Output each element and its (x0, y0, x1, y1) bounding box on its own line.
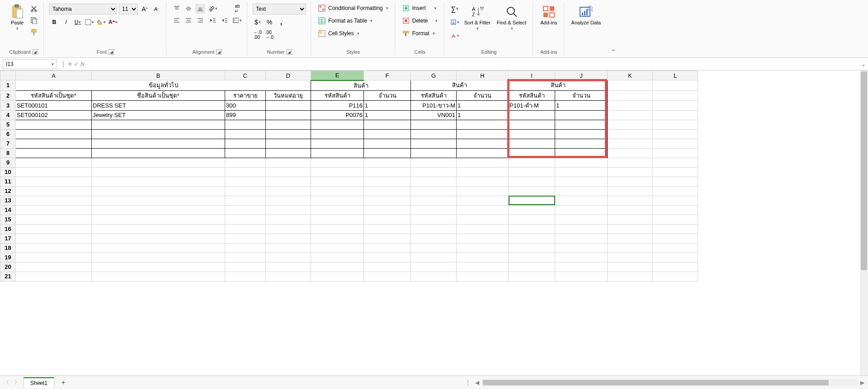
dialog-launcher-icon[interactable]: ◢ (33, 49, 38, 55)
cell-K9[interactable] (608, 158, 653, 167)
cell-K21[interactable] (608, 272, 653, 281)
cell-G4[interactable]: VN001 (411, 110, 457, 120)
font-size-select[interactable]: 11 (119, 4, 138, 14)
cell-A4[interactable]: SET000102 (16, 110, 92, 120)
cell-A15[interactable] (16, 215, 92, 224)
col-header-G[interactable]: G (411, 71, 457, 80)
cell-K10[interactable] (608, 167, 653, 177)
cell-E17[interactable] (311, 234, 364, 243)
col-header-E[interactable]: E (311, 71, 364, 80)
font-name-select[interactable]: Tahoma (49, 4, 117, 14)
cell-B7[interactable] (92, 139, 225, 148)
cell-A20[interactable] (16, 262, 92, 272)
row-header-8[interactable]: 8 (0, 148, 16, 158)
cell-I11[interactable] (509, 177, 555, 186)
cell-H14[interactable] (457, 205, 509, 215)
align-right-button[interactable] (195, 15, 205, 25)
cell-I4[interactable] (509, 110, 555, 120)
cell-D18[interactable] (266, 243, 311, 253)
cell-D4[interactable] (266, 110, 311, 120)
cell-F4[interactable]: 1 (364, 110, 411, 120)
cell-G11[interactable] (411, 177, 457, 186)
cell-H4[interactable]: 1 (457, 110, 509, 120)
cell-E15[interactable] (311, 215, 364, 224)
insert-button[interactable]: Insert ▾ (401, 4, 439, 13)
decrease-font-button[interactable]: Aˇ (151, 4, 161, 14)
cell-J15[interactable] (555, 215, 608, 224)
cell-E12[interactable] (311, 186, 364, 196)
cell-D10[interactable] (266, 167, 311, 177)
row-header-17[interactable]: 17 (0, 234, 16, 243)
cell-I3[interactable]: P101-ดำ-M (509, 100, 555, 110)
cell-K13[interactable] (608, 196, 653, 205)
cell-F14[interactable] (364, 205, 411, 215)
cell-B18[interactable] (92, 243, 225, 253)
enter-formula-icon[interactable]: ✓ (74, 61, 79, 67)
cell-I2[interactable]: รหัสสินค้า (509, 90, 555, 100)
cell-K7[interactable] (608, 139, 653, 148)
cell-D7[interactable] (266, 139, 311, 148)
cell-J2[interactable]: จำนวน (555, 90, 608, 100)
cell-H2[interactable]: จำนวน (457, 90, 509, 100)
cell-J21[interactable] (555, 272, 608, 281)
col-header-K[interactable]: K (608, 71, 653, 80)
cell-F16[interactable] (364, 224, 411, 234)
cell-H11[interactable] (457, 177, 509, 186)
cell-B14[interactable] (92, 205, 225, 215)
cell-J9[interactable] (555, 158, 608, 167)
cell-I14[interactable] (509, 205, 555, 215)
cell-J6[interactable] (555, 129, 608, 139)
col-header-D[interactable]: D (266, 71, 311, 80)
dialog-launcher-icon[interactable]: ◢ (216, 49, 222, 55)
header-general[interactable]: ข้อมูลทั่วไป (16, 80, 311, 91)
cell-K14[interactable] (608, 205, 653, 215)
cell-I21[interactable] (509, 272, 555, 281)
cell-H18[interactable] (457, 243, 509, 253)
cell-C8[interactable] (225, 148, 266, 158)
cell-I9[interactable] (509, 158, 555, 167)
cell-G18[interactable] (411, 243, 457, 253)
cell-K16[interactable] (608, 224, 653, 234)
cell-F21[interactable] (364, 272, 411, 281)
sort-filter-button[interactable]: AZ Sort & Filter▾ (462, 4, 492, 32)
find-select-button[interactable]: Find & Select▾ (495, 4, 528, 32)
cell-C2[interactable]: ราคาขาย (225, 90, 266, 100)
wrap-text-button[interactable]: ab↵ (232, 4, 242, 14)
number-format-select[interactable]: Text (253, 4, 306, 14)
cell-B4[interactable]: Jewelry SET (92, 110, 225, 120)
col-header-F[interactable]: F (364, 71, 411, 80)
cell-G9[interactable] (411, 158, 457, 167)
cell-K1[interactable] (608, 80, 653, 91)
cell-F10[interactable] (364, 167, 411, 177)
cell-L2[interactable] (653, 90, 698, 100)
cell-I19[interactable] (509, 253, 555, 262)
cell-D3[interactable] (266, 100, 311, 110)
cell-C6[interactable] (225, 129, 266, 139)
dialog-launcher-icon[interactable]: ◢ (108, 49, 114, 55)
cell-H6[interactable] (457, 129, 509, 139)
align-top-button[interactable] (172, 4, 182, 14)
cell-L11[interactable] (653, 177, 698, 186)
cell-L7[interactable] (653, 139, 698, 148)
italic-button[interactable]: I (61, 17, 71, 27)
cell-H13[interactable] (457, 196, 509, 205)
cell-H19[interactable] (457, 253, 509, 262)
cell-C13[interactable] (225, 196, 266, 205)
cell-F8[interactable] (364, 148, 411, 158)
cell-B19[interactable] (92, 253, 225, 262)
cell-B9[interactable] (92, 158, 225, 167)
cell-I13[interactable] (509, 196, 555, 205)
cell-E3[interactable]: P116 (311, 100, 364, 110)
cell-K20[interactable] (608, 262, 653, 272)
cell-B5[interactable] (92, 120, 225, 129)
cell-A14[interactable] (16, 205, 92, 215)
cell-D9[interactable] (266, 158, 311, 167)
cell-F15[interactable] (364, 215, 411, 224)
cell-D17[interactable] (266, 234, 311, 243)
cell-K2[interactable] (608, 90, 653, 100)
cell-E20[interactable] (311, 262, 364, 272)
cell-D12[interactable] (266, 186, 311, 196)
cell-K5[interactable] (608, 120, 653, 129)
sheet-tab[interactable]: Sheet1 (24, 377, 54, 388)
cell-G6[interactable] (411, 129, 457, 139)
